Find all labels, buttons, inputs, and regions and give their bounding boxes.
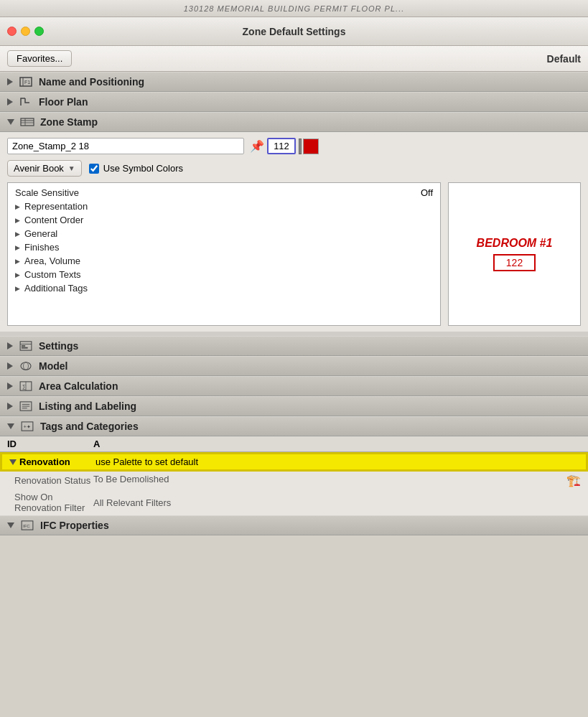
renovation-status-value: To Be Demolished: [93, 474, 169, 484]
minimize-button[interactable]: [21, 27, 30, 36]
top-bar-text: 130128 MEMORIAL BUILDING PERMIT FLOOR PL…: [184, 4, 405, 13]
svg-rect-3: [21, 118, 34, 126]
expand-icon-area-calculation: [7, 383, 13, 390]
list-item-area-volume[interactable]: ▶ Area, Volume: [8, 254, 440, 268]
item-label: General: [24, 228, 57, 239]
section-title-model: Model: [39, 360, 67, 372]
item-label: Area, Volume: [24, 256, 80, 266]
item-label: Finishes: [24, 242, 59, 253]
list-item-additional-tags[interactable]: ▶ Additional Tags: [8, 281, 440, 295]
section-ifc-properties[interactable]: IFC IFC Properties: [0, 515, 588, 535]
renovation-row[interactable]: Renovation use Palette to set default: [0, 452, 588, 472]
color-swatch[interactable]: [299, 139, 319, 154]
close-button[interactable]: [7, 27, 17, 36]
arrow-icon: ▶: [15, 244, 20, 251]
svg-text:IFC: IFC: [23, 523, 30, 528]
arrow-icon: ▶: [15, 258, 20, 265]
stamp-list-preview-row: Scale Sensitive Off ▶ Representation ▶ C…: [7, 182, 581, 326]
area-calculation-icon: ∑: [19, 380, 33, 392]
expand-icon-name-positioning: [7, 78, 13, 85]
item-label: Representation: [24, 201, 88, 212]
show-renovation-col-a: All Relevant Filters: [93, 497, 581, 508]
zone-stamp-body: 📌 Avenir Book ▼ Use Symbol Colors: [0, 132, 588, 332]
font-row: Avenir Book ▼ Use Symbol Colors: [7, 160, 581, 177]
section-area-calculation[interactable]: ∑ Area Calculation: [0, 376, 588, 396]
stamp-row-1: 📌: [7, 138, 581, 154]
list-item-custom-texts[interactable]: ▶ Custom Texts: [8, 268, 440, 281]
svg-text:∑: ∑: [22, 384, 26, 390]
expand-icon-renovation: [9, 459, 17, 465]
window-title: Zone Default Settings: [243, 26, 346, 37]
list-item-representation[interactable]: ▶ Representation: [8, 200, 440, 213]
svg-text:F1: F1: [24, 80, 30, 85]
pin-icon: 📌: [250, 139, 264, 153]
model-icon: [19, 360, 33, 372]
maximize-button[interactable]: [34, 27, 44, 36]
section-title-listing-labeling: Listing and Labeling: [39, 400, 136, 412]
favorites-button[interactable]: Favorites...: [7, 50, 72, 67]
expand-icon-ifc: [7, 522, 14, 528]
expand-icon-listing-labeling: [7, 403, 13, 410]
preview-box: BEDROOM #1 122: [448, 182, 581, 326]
section-floor-plan[interactable]: Floor Plan: [0, 92, 588, 112]
font-name: Avenir Book: [14, 163, 64, 174]
list-item-content-order[interactable]: ▶ Content Order: [8, 213, 440, 227]
item-label: Scale Sensitive: [15, 187, 79, 198]
item-label: Custom Texts: [24, 269, 81, 280]
tags-body: ID A Renovation use Palette to set defau…: [0, 436, 588, 515]
toolbar: Favorites... Default: [0, 46, 588, 72]
zone-stamp-icon: [20, 116, 34, 128]
renovation-status-label: Renovation Status: [14, 475, 90, 486]
settings-icon: [19, 340, 33, 352]
name-positioning-icon: F1: [19, 76, 33, 88]
list-item-general[interactable]: ▶ General: [8, 227, 440, 240]
renovation-col-a: use Palette to set default: [95, 456, 579, 467]
listing-labeling-icon: [19, 400, 33, 412]
renovation-status-icon: 🏗️: [566, 474, 581, 487]
use-symbol-colors-checkbox[interactable]: [89, 164, 99, 174]
section-listing-labeling[interactable]: Listing and Labeling: [0, 396, 588, 416]
col-a-header: A: [93, 439, 581, 449]
section-title-settings: Settings: [39, 340, 78, 352]
section-settings[interactable]: Settings: [0, 336, 588, 356]
arrow-icon: ▶: [15, 230, 20, 238]
main-content: F1 Name and Positioning Floor Plan Zone …: [0, 72, 588, 535]
default-label: Default: [547, 53, 581, 65]
item-label: Additional Tags: [24, 283, 88, 294]
show-renovation-col-id: Show On Renovation Filter: [7, 492, 93, 513]
show-renovation-row: Show On Renovation Filter All Relevant F…: [0, 489, 588, 515]
section-zone-stamp[interactable]: Zone Stamp: [0, 112, 588, 132]
arrow-icon: ▶: [15, 285, 20, 292]
list-item-finishes[interactable]: ▶ Finishes: [8, 240, 440, 254]
size-input[interactable]: [267, 138, 296, 154]
arrow-icon: ▶: [15, 203, 20, 210]
section-title-area-calculation: Area Calculation: [39, 380, 118, 392]
off-label: Off: [421, 187, 433, 198]
swatch-line: [299, 139, 302, 154]
tags-categories-icon: +✦: [20, 421, 34, 432]
floor-plan-icon: [19, 96, 33, 108]
section-model[interactable]: Model: [0, 356, 588, 376]
window-controls: [7, 27, 44, 36]
preview-room-name: BEDROOM #1: [477, 237, 553, 250]
col-id-header: ID: [7, 439, 93, 449]
arrow-icon: ▶: [15, 217, 20, 224]
expand-icon-floor-plan: [7, 98, 13, 106]
renovation-status-row: Renovation Status To Be Demolished 🏗️: [0, 472, 588, 489]
svg-rect-9: [22, 345, 25, 347]
expand-icon-model: [7, 362, 13, 370]
list-item-scale-sensitive: Scale Sensitive Off: [8, 186, 440, 200]
svg-text:+✦: +✦: [24, 424, 31, 429]
svg-point-12: [24, 362, 29, 370]
section-name-positioning[interactable]: F1 Name and Positioning: [0, 72, 588, 92]
font-selector[interactable]: Avenir Book ▼: [7, 160, 82, 177]
expand-icon-settings: [7, 342, 13, 350]
section-title-tags-categories: Tags and Categories: [40, 421, 139, 432]
renovation-status-col-id: Renovation Status: [7, 475, 93, 486]
section-tags-categories[interactable]: +✦ Tags and Categories: [0, 416, 588, 436]
arrow-icon: ▶: [15, 271, 20, 278]
tags-table-header: ID A: [0, 436, 588, 452]
expand-icon-zone-stamp: [7, 119, 14, 125]
stamp-input[interactable]: [7, 138, 244, 154]
svg-rect-10: [22, 347, 28, 349]
